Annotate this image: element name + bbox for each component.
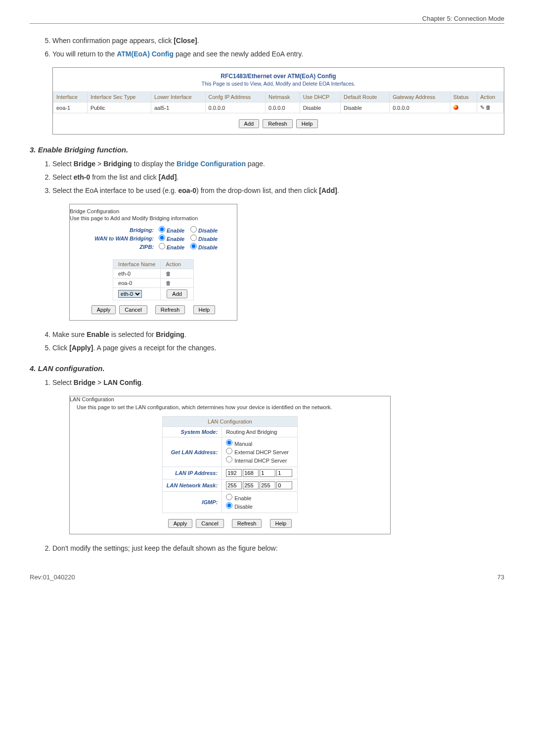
iface-table: Interface Name Action eth-0 🗑 eoa-0 🗑 et… (113, 259, 194, 300)
s3b4-b1: Enable (87, 331, 109, 338)
eoa-cell-dhcp: Disable (300, 102, 340, 113)
s4-step1: Select Bridge > LAN Config. (52, 378, 504, 388)
bridge-enable-2[interactable]: Enable (159, 243, 184, 250)
s3s1-p1: Select (52, 160, 74, 168)
bridge-en-txt-0: Enable (167, 228, 184, 234)
bridge-radio-en-1[interactable] (159, 235, 165, 241)
eoa-cell-mask: 0.0.0.0 (266, 102, 300, 113)
header-rule (30, 23, 504, 24)
bridge-label-2: ZIPB: (80, 244, 159, 250)
s3-step1: Select Bridge > Bridging to display the … (52, 159, 504, 169)
s3b-step5: Click [Apply]. A page gives a receipt fo… (52, 343, 504, 353)
lan-refresh-button[interactable]: Refresh (232, 519, 262, 528)
lan-row-mode: System Mode: Routing And Bridging (162, 427, 297, 437)
trash-icon[interactable]: 🗑 (166, 280, 171, 286)
lan-igmp-opt-0[interactable]: Enable (226, 494, 293, 501)
section3-steps: Select Bridge > Bridging to display the … (30, 159, 504, 196)
lan-ip-oct-3[interactable] (276, 469, 292, 477)
lan-mode-value: Routing And Bridging (222, 427, 298, 437)
lan-getaddr-radio-2[interactable] (226, 456, 232, 463)
eoa-th-1: Interface Sec Type (87, 92, 151, 102)
s3s2-p3: . (177, 173, 178, 181)
pencil-icon[interactable]: ✎ (480, 104, 485, 110)
trash-icon[interactable]: 🗑 (166, 271, 171, 277)
page-footer: Rev:01_040220 73 (30, 573, 504, 581)
lan-row-ip: LAN IP Address: (162, 467, 297, 479)
lan-mask-value (222, 479, 298, 492)
section3b-steps: Make sure Enable is selected for Bridgin… (30, 330, 504, 353)
bridge-radio-dis-0[interactable] (190, 226, 197, 233)
lan-ip-oct-0[interactable] (226, 469, 242, 477)
lan-button-row: Apply Cancel Refresh Help (70, 519, 390, 528)
iface-select-cell: eth-0 (113, 288, 161, 300)
eoa-cell-status (450, 102, 477, 113)
eoa-th-2: Lower Interface (151, 92, 205, 102)
lan-getaddr-radio-1[interactable] (226, 448, 232, 454)
bridge-disable-1[interactable]: Disable (190, 235, 218, 242)
eoa-help-button[interactable]: Help (296, 119, 318, 128)
bridge-cancel-button[interactable]: Cancel (119, 305, 147, 314)
bridge-refresh-button[interactable]: Refresh (155, 305, 185, 314)
footer-rev: Rev:01_040220 (30, 573, 75, 581)
lan-getaddr-radio-0[interactable] (226, 439, 232, 446)
bridge-en-txt-1: Enable (167, 236, 184, 242)
eoa-th-5: Use DHCP (300, 92, 340, 102)
trash-icon[interactable]: 🗑 (486, 104, 491, 110)
eoa-add-button[interactable]: Add (239, 119, 260, 128)
lan-mask-oct-2[interactable] (260, 481, 275, 489)
lan-igmp-opts: Enable Disable (222, 492, 298, 513)
lan-igmp-opt-1[interactable]: Disable (226, 502, 293, 510)
eoa-table: Interface Interface Sec Type Lower Inter… (53, 92, 504, 113)
eoa-refresh-button[interactable]: Refresh (263, 119, 293, 128)
lan-apply-button[interactable]: Apply (168, 519, 193, 528)
bridge-help-button[interactable]: Help (193, 305, 216, 314)
lan-igmp-radio-0[interactable] (226, 494, 232, 500)
lan-mask-oct-0[interactable] (226, 481, 242, 489)
lan-getaddr-opts: Manual External DHCP Server Internal DHC… (222, 437, 298, 467)
eoa-th-6: Default Route (341, 92, 390, 102)
lan-row-getaddr: Get LAN Address: Manual External DHCP Se… (162, 437, 297, 467)
bridge-radio-en-2[interactable] (159, 243, 165, 249)
s3s2-b1: eth-0 (74, 173, 90, 181)
bridge-label-0: Bridging: (80, 227, 159, 233)
bridge-radio-dis-1[interactable] (190, 235, 197, 241)
s4s1-gt: > (95, 378, 103, 386)
iface-add-button[interactable]: Add (167, 289, 187, 298)
eoa-row: eoa-1 Public aal5-1 0.0.0.0 0.0.0.0 Disa… (53, 102, 504, 113)
s3b4-b2: Bridging (156, 331, 184, 338)
bridge-disable-0[interactable]: Disable (190, 226, 218, 234)
s3s3-p1: Select the EoA interface to be used (e.g… (52, 187, 178, 194)
lan-ip-oct-1[interactable] (243, 469, 259, 477)
bridge-radio-dis-2[interactable] (190, 243, 197, 249)
bridge-dis-txt-1: Disable (198, 236, 218, 242)
bridge-disable-2[interactable]: Disable (190, 243, 218, 250)
lan-getaddr-opt-2[interactable]: Internal DHCP Server (226, 456, 293, 464)
section4-heading: 4. LAN configuration. (30, 364, 504, 373)
lan-igmp-radio-1[interactable] (226, 502, 232, 509)
bridge-apply-button[interactable]: Apply (91, 305, 116, 314)
bridge-button-row: Apply Cancel Refresh Help (70, 305, 237, 314)
s4s1-p3: . (141, 378, 143, 386)
lan-getaddr-opt-0[interactable]: Manual (226, 439, 293, 447)
lan-getaddr-txt-2: Internal DHCP Server (234, 458, 287, 464)
step5-text-prefix: When confirmation page appears, click (52, 37, 174, 45)
lan-help-button[interactable]: Help (270, 519, 292, 528)
lan-ip-oct-2[interactable] (260, 469, 275, 477)
lan-mask-oct-3[interactable] (276, 481, 292, 489)
lan-cancel-button[interactable]: Cancel (196, 519, 223, 528)
lan-getaddr-txt-0: Manual (234, 441, 252, 447)
bridge-radio-en-0[interactable] (159, 226, 165, 233)
bridge-enable-0[interactable]: Enable (159, 226, 184, 234)
s3b4-p1: Make sure (52, 331, 87, 338)
s3s2-p2: from the list and click (90, 173, 159, 181)
lan-getaddr-opt-1[interactable]: External DHCP Server (226, 448, 293, 455)
lan-getaddr-txt-1: External DHCP Server (234, 449, 289, 455)
s3s3-p2: ) from the drop-down list, and then clic… (196, 187, 319, 194)
lan-mask-oct-1[interactable] (243, 481, 259, 489)
s4s1-p1: Select (52, 378, 74, 386)
eoa-cell-action: ✎🗑 (477, 102, 504, 113)
bridge-enable-1[interactable]: Enable (159, 235, 184, 242)
lan-ip-label: LAN IP Address: (162, 467, 222, 479)
iface-select[interactable]: eth-0 (118, 290, 142, 298)
lan-getaddr-label: Get LAN Address: (162, 437, 222, 467)
